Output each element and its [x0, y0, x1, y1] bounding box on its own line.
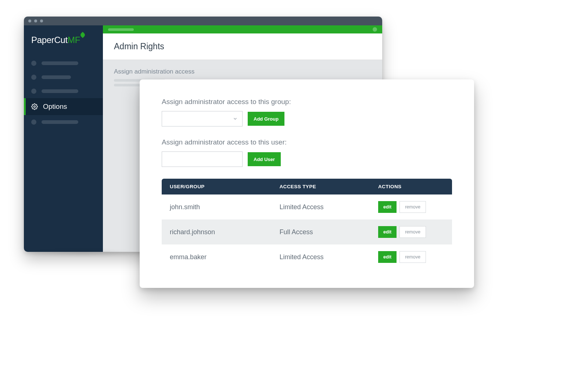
- remove-button[interactable]: remove: [399, 251, 426, 263]
- th-access: ACCESS TYPE: [279, 184, 378, 189]
- sidebar-item-options[interactable]: Options: [24, 98, 103, 115]
- gear-icon: [31, 103, 38, 110]
- sidebar-item[interactable]: [24, 115, 103, 129]
- remove-button[interactable]: remove: [399, 226, 426, 238]
- nav-placeholder-label: [42, 120, 78, 124]
- sidebar-item[interactable]: [24, 56, 103, 70]
- group-field-label: Assign administrator access to this grou…: [162, 98, 452, 106]
- th-actions: ACTIONS: [378, 184, 444, 189]
- section-title: Assign administration access: [114, 68, 371, 75]
- table-row: john.smith Limited Access edit remove: [162, 194, 452, 219]
- edit-button[interactable]: edit: [378, 201, 397, 213]
- remove-button[interactable]: remove: [399, 201, 426, 213]
- leaf-icon: [80, 32, 86, 38]
- brand-name-1: PaperCut: [31, 35, 68, 45]
- user-field-label: Assign administrator access to this user…: [162, 138, 452, 146]
- cell-user: emma.baker: [170, 253, 279, 261]
- sidebar: PaperCutMF Options: [24, 25, 103, 252]
- tab-placeholder[interactable]: [108, 28, 134, 31]
- window-shadow: [28, 250, 138, 256]
- table-header: USER/GROUP ACCESS TYPE ACTIONS: [162, 179, 452, 194]
- window-control-dot[interactable]: [28, 19, 31, 22]
- cell-user: john.smith: [170, 203, 279, 211]
- nav-placeholder-label: [42, 61, 78, 65]
- edit-button[interactable]: edit: [378, 226, 397, 238]
- nav-placeholder-label: [42, 75, 71, 79]
- page-title: Admin Rights: [114, 42, 371, 51]
- nav-placeholder-icon: [31, 89, 36, 94]
- nav-placeholder-label: [42, 89, 78, 93]
- window-control-dot[interactable]: [34, 19, 37, 22]
- nav-placeholder-icon: [31, 75, 36, 80]
- cell-user: richard.johnson: [170, 228, 279, 236]
- admin-rights-card: Assign administrator access to this grou…: [140, 79, 474, 288]
- sidebar-item[interactable]: [24, 84, 103, 98]
- add-user-button[interactable]: Add User: [248, 152, 281, 166]
- sidebar-item-label: Options: [43, 103, 67, 111]
- brand-name-2: MF: [68, 35, 80, 45]
- svg-point-0: [34, 106, 36, 108]
- window-titlebar: [24, 17, 382, 25]
- cell-access: Full Access: [279, 228, 378, 236]
- cell-access: Limited Access: [279, 253, 378, 261]
- add-group-button[interactable]: Add Group: [248, 112, 284, 126]
- chevron-down-icon: [233, 116, 238, 121]
- brand-logo: PaperCutMF: [24, 35, 103, 56]
- admin-rights-table: USER/GROUP ACCESS TYPE ACTIONS john.smit…: [162, 179, 452, 269]
- th-user: USER/GROUP: [170, 184, 279, 189]
- table-row: richard.johnson Full Access edit remove: [162, 219, 452, 244]
- group-select[interactable]: [162, 111, 243, 126]
- sidebar-item[interactable]: [24, 70, 103, 84]
- cell-access: Limited Access: [279, 203, 378, 211]
- table-row: emma.baker Limited Access edit remove: [162, 244, 452, 269]
- user-input[interactable]: [162, 151, 243, 167]
- nav-placeholder-icon: [31, 119, 36, 125]
- edit-button[interactable]: edit: [378, 251, 397, 263]
- window-control-dot[interactable]: [40, 19, 43, 22]
- nav-placeholder-icon: [31, 61, 36, 66]
- tab-action-icon[interactable]: [373, 27, 377, 32]
- page-header: Admin Rights: [103, 33, 382, 60]
- tab-bar: [103, 25, 382, 33]
